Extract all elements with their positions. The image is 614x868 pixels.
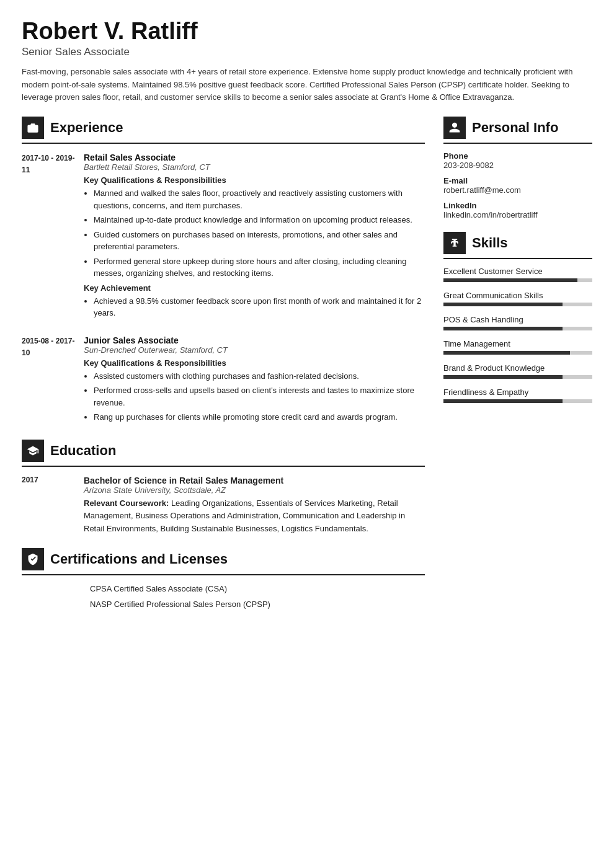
experience-entry-2: 2015-08 - 2017-10 Junior Sales Associate… bbox=[22, 335, 425, 426]
skill-bar-bg-3 bbox=[443, 351, 592, 355]
personal-info-header: Personal Info bbox=[443, 117, 592, 139]
edu-degree-1: Bachelor of Science in Retail Sales Mana… bbox=[84, 476, 425, 485]
skills-list: Excellent Customer Service Great Communi… bbox=[443, 267, 592, 403]
skill-item-4: Brand & Product Knowledge bbox=[443, 363, 592, 379]
skills-section: Skills Excellent Customer Service Great … bbox=[443, 232, 592, 403]
personal-info-section: Personal Info Phone 203-208-9082 E-mail … bbox=[443, 117, 592, 219]
education-header: Education bbox=[22, 440, 425, 462]
edu-school-1: Arizona State University, Scottsdale, AZ bbox=[84, 485, 425, 495]
skill-item-0: Excellent Customer Service bbox=[443, 267, 592, 282]
edu-content-1: Bachelor of Science in Retail Sales Mana… bbox=[84, 476, 425, 536]
resume-header: Robert V. Ratliff Senior Sales Associate… bbox=[22, 19, 592, 104]
cert-item-2: NASP Certified Professional Sales Person… bbox=[90, 600, 425, 609]
edu-coursework-label: Relevant Coursework: bbox=[84, 498, 169, 508]
exp-bullet-1-4: Performed general store upkeep during st… bbox=[94, 255, 425, 280]
experience-section: Experience 2017-10 - 2019-11 Retail Sale… bbox=[22, 117, 425, 426]
linkedin-label: LinkedIn bbox=[443, 201, 592, 210]
exp-bullets-1: Manned and walked the sales floor, proac… bbox=[84, 187, 425, 280]
certifications-icon bbox=[22, 548, 44, 570]
exp-achieve-heading-1: Key Achievement bbox=[84, 283, 425, 293]
right-column: Personal Info Phone 203-208-9082 E-mail … bbox=[443, 117, 592, 621]
exp-company-1: Bartlett Retail Stores, Stamford, CT bbox=[84, 162, 425, 172]
experience-icon bbox=[22, 117, 44, 139]
skill-bar-fill-5 bbox=[443, 399, 563, 403]
linkedin-item: LinkedIn linkedin.com/in/robertratliff bbox=[443, 201, 592, 219]
certifications-title: Certifications and Licenses bbox=[50, 551, 228, 567]
exp-bullet-1-2: Maintained up-to-date product knowledge … bbox=[94, 214, 425, 226]
email-value: robert.ratliff@me.com bbox=[443, 185, 592, 195]
skill-bar-fill-2 bbox=[443, 327, 563, 330]
exp-qual-heading-1: Key Qualifications & Responsibilities bbox=[84, 175, 425, 185]
skills-header: Skills bbox=[443, 232, 592, 254]
candidate-summary: Fast-moving, personable sales associate … bbox=[22, 66, 592, 104]
exp-bullet-2-3: Rang up purchases for clients while prom… bbox=[94, 411, 425, 423]
skill-bar-bg-0 bbox=[443, 278, 592, 282]
exp-content-1: Retail Sales Associate Bartlett Retail S… bbox=[84, 153, 425, 322]
candidate-title: Senior Sales Associate bbox=[22, 46, 592, 58]
skill-bar-bg-2 bbox=[443, 327, 592, 330]
personal-info-icon bbox=[443, 117, 466, 139]
email-item: E-mail robert.ratliff@me.com bbox=[443, 176, 592, 195]
exp-bullet-1-1: Manned and walked the sales floor, proac… bbox=[94, 187, 425, 211]
exp-dates-1: 2017-10 - 2019-11 bbox=[22, 153, 78, 322]
certifications-section: Certifications and Licenses CPSA Certifi… bbox=[22, 548, 425, 609]
skill-bar-fill-0 bbox=[443, 278, 577, 282]
exp-achieve-bullets-1: Achieved a 98.5% customer feedback score… bbox=[84, 295, 425, 319]
skill-item-3: Time Management bbox=[443, 339, 592, 355]
exp-bullet-2-1: Assisted customers with clothing purchas… bbox=[94, 370, 425, 383]
skill-bar-bg-1 bbox=[443, 303, 592, 306]
edu-entry-1: 2017 Bachelor of Science in Retail Sales… bbox=[22, 476, 425, 536]
exp-achieve-1: Achieved a 98.5% customer feedback score… bbox=[94, 295, 425, 319]
phone-value: 203-208-9082 bbox=[443, 161, 592, 170]
exp-company-2: Sun-Drenched Outerwear, Stamford, CT bbox=[84, 345, 425, 355]
exp-dates-2: 2015-08 - 2017-10 bbox=[22, 335, 78, 426]
education-section: Education 2017 Bachelor of Science in Re… bbox=[22, 440, 425, 536]
skill-item-5: Friendliness & Empathy bbox=[443, 388, 592, 403]
certifications-header: Certifications and Licenses bbox=[22, 548, 425, 570]
cert-item-1: CPSA Certified Sales Associate (CSA) bbox=[90, 584, 425, 593]
skill-bar-fill-1 bbox=[443, 303, 563, 306]
skill-bar-fill-3 bbox=[443, 351, 570, 355]
skill-name-4: Brand & Product Knowledge bbox=[443, 363, 592, 373]
skill-bar-fill-4 bbox=[443, 375, 563, 379]
skill-name-1: Great Communication Skills bbox=[443, 291, 592, 300]
exp-content-2: Junior Sales Associate Sun-Drenched Oute… bbox=[84, 335, 425, 426]
cert-list: CPSA Certified Sales Associate (CSA) NAS… bbox=[22, 584, 425, 609]
svg-rect-0 bbox=[28, 125, 38, 133]
phone-item: Phone 203-208-9082 bbox=[443, 151, 592, 170]
skill-item-1: Great Communication Skills bbox=[443, 291, 592, 306]
personal-info-title: Personal Info bbox=[472, 120, 558, 136]
left-column: Experience 2017-10 - 2019-11 Retail Sale… bbox=[22, 117, 425, 621]
edu-year-1: 2017 bbox=[22, 476, 78, 536]
skill-name-5: Friendliness & Empathy bbox=[443, 388, 592, 397]
skill-name-3: Time Management bbox=[443, 339, 592, 348]
exp-bullet-1-3: Guided customers on purchases based on i… bbox=[94, 229, 425, 253]
skill-bar-bg-5 bbox=[443, 399, 592, 403]
skills-title: Skills bbox=[472, 235, 507, 251]
exp-bullets-2: Assisted customers with clothing purchas… bbox=[84, 370, 425, 423]
skill-item-2: POS & Cash Handling bbox=[443, 315, 592, 330]
skill-name-2: POS & Cash Handling bbox=[443, 315, 592, 324]
linkedin-value: linkedin.com/in/robertratliff bbox=[443, 210, 592, 219]
exp-qual-heading-2: Key Qualifications & Responsibilities bbox=[84, 358, 425, 368]
experience-entry-1: 2017-10 - 2019-11 Retail Sales Associate… bbox=[22, 153, 425, 322]
candidate-name: Robert V. Ratliff bbox=[22, 19, 592, 45]
skill-name-0: Excellent Customer Service bbox=[443, 267, 592, 276]
phone-label: Phone bbox=[443, 151, 592, 161]
education-icon bbox=[22, 440, 44, 462]
email-label: E-mail bbox=[443, 176, 592, 185]
skills-icon bbox=[443, 232, 466, 254]
skill-bar-bg-4 bbox=[443, 375, 592, 379]
exp-job-title-2: Junior Sales Associate bbox=[84, 335, 425, 345]
exp-bullet-2-2: Performed cross-sells and upsells based … bbox=[94, 384, 425, 409]
education-title: Education bbox=[50, 443, 116, 459]
edu-coursework-1: Relevant Coursework: Leading Organizatio… bbox=[84, 497, 425, 536]
experience-header: Experience bbox=[22, 117, 425, 139]
exp-job-title-1: Retail Sales Associate bbox=[84, 153, 425, 162]
experience-title: Experience bbox=[50, 120, 123, 136]
